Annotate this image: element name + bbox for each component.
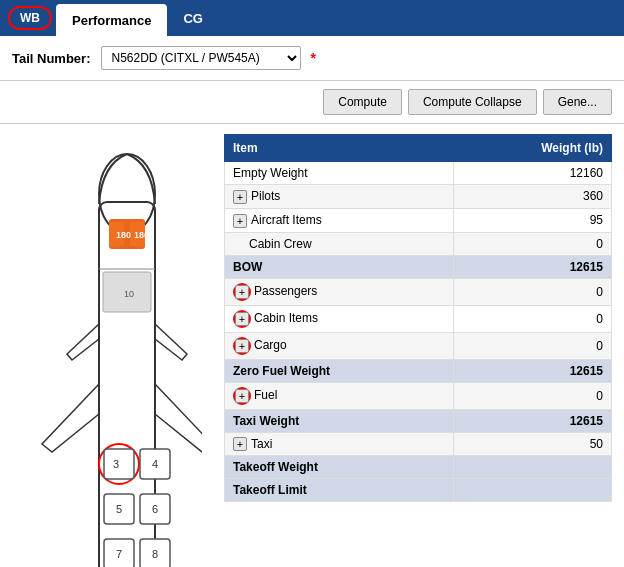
svg-text:6: 6 xyxy=(152,503,158,515)
row-value: 0 xyxy=(453,332,611,359)
table-row: +Taxi 50 xyxy=(225,432,612,456)
aircraft-svg: 180 180 10 3 4 5 6 7 8 xyxy=(12,134,202,567)
compute-button[interactable]: Compute xyxy=(323,89,402,115)
row-item: Cabin Crew xyxy=(225,232,454,255)
row-item: + Cargo xyxy=(225,332,454,359)
row-value: 0 xyxy=(453,278,611,305)
tab-wb[interactable]: WB xyxy=(8,6,52,30)
row-value: 12615 xyxy=(453,359,611,382)
table-row: + Passengers 0 xyxy=(225,278,612,305)
row-value: 12160 xyxy=(453,162,611,185)
tab-cg-label: CG xyxy=(183,11,203,26)
required-indicator: * xyxy=(311,50,316,66)
row-item: Taxi Weight xyxy=(225,409,454,432)
table-row: +Pilots 360 xyxy=(225,185,612,209)
row-item: Empty Weight xyxy=(225,162,454,185)
svg-text:4: 4 xyxy=(152,458,158,470)
expand-taxi-button[interactable]: + xyxy=(233,437,247,451)
expand-fuel-button[interactable]: + xyxy=(235,389,249,403)
expand-pilots-button[interactable]: + xyxy=(233,190,247,204)
table-row-taxi-weight: Taxi Weight 12615 xyxy=(225,409,612,432)
weight-table: Item Weight (lb) Empty Weight 12160 +Pil… xyxy=(224,134,612,502)
col-item-header: Item xyxy=(225,135,454,162)
expand-fuel-circled[interactable]: + xyxy=(233,387,251,405)
row-value: 0 xyxy=(453,382,611,409)
svg-text:10: 10 xyxy=(124,289,134,299)
col-weight-header: Weight (lb) xyxy=(453,135,611,162)
svg-text:5: 5 xyxy=(116,503,122,515)
header-row: Tail Number: N562DD (CITXL / PW545A) * xyxy=(0,36,624,81)
row-item: Takeoff Weight xyxy=(225,456,454,479)
table-row-takeoff-weight: Takeoff Weight xyxy=(225,456,612,479)
expand-aircraft-items-button[interactable]: + xyxy=(233,214,247,228)
table-row: + Cabin Items 0 xyxy=(225,305,612,332)
row-item: Zero Fuel Weight xyxy=(225,359,454,382)
table-row-takeoff-limit: Takeoff Limit xyxy=(225,479,612,502)
row-item: +Pilots xyxy=(225,185,454,209)
table-row: Cabin Crew 0 xyxy=(225,232,612,255)
compute-collapse-button[interactable]: Compute Collapse xyxy=(408,89,537,115)
tab-performance-label: Performance xyxy=(72,13,151,28)
svg-text:180: 180 xyxy=(134,230,149,240)
aircraft-diagram: 180 180 10 3 4 5 6 7 8 xyxy=(12,134,212,567)
row-item: + Fuel xyxy=(225,382,454,409)
row-value: 12615 xyxy=(453,255,611,278)
row-value: 0 xyxy=(453,232,611,255)
row-value: 95 xyxy=(453,208,611,232)
table-row-zfw: Zero Fuel Weight 12615 xyxy=(225,359,612,382)
table-row: + Cargo 0 xyxy=(225,332,612,359)
tab-wb-label: WB xyxy=(20,11,40,25)
svg-text:8: 8 xyxy=(152,548,158,560)
row-item: BOW xyxy=(225,255,454,278)
row-item: + Passengers xyxy=(225,278,454,305)
row-item: + Cabin Items xyxy=(225,305,454,332)
tab-performance[interactable]: Performance xyxy=(56,4,167,36)
expand-cabin-items-circled[interactable]: + xyxy=(233,310,251,328)
expand-cargo-button[interactable]: + xyxy=(235,339,249,353)
row-value xyxy=(453,479,611,502)
tab-bar: WB Performance CG xyxy=(0,0,624,36)
row-value xyxy=(453,456,611,479)
generate-button[interactable]: Gene... xyxy=(543,89,612,115)
expand-passengers-button[interactable]: + xyxy=(235,285,249,299)
svg-text:7: 7 xyxy=(116,548,122,560)
svg-text:3: 3 xyxy=(113,458,119,470)
main-content: 180 180 10 3 4 5 6 7 8 xyxy=(0,124,624,567)
expand-cabin-items-button[interactable]: + xyxy=(235,312,249,326)
row-value: 0 xyxy=(453,305,611,332)
weight-table-container: Item Weight (lb) Empty Weight 12160 +Pil… xyxy=(224,134,612,567)
tail-number-select[interactable]: N562DD (CITXL / PW545A) xyxy=(101,46,301,70)
table-row: Empty Weight 12160 xyxy=(225,162,612,185)
table-row-bow: BOW 12615 xyxy=(225,255,612,278)
row-item: Takeoff Limit xyxy=(225,479,454,502)
row-item: +Taxi xyxy=(225,432,454,456)
row-value: 50 xyxy=(453,432,611,456)
tab-cg[interactable]: CG xyxy=(167,0,219,36)
expand-passengers-circled[interactable]: + xyxy=(233,283,251,301)
table-row: +Aircraft Items 95 xyxy=(225,208,612,232)
row-item: +Aircraft Items xyxy=(225,208,454,232)
toolbar: Compute Compute Collapse Gene... xyxy=(0,81,624,124)
expand-cargo-circled[interactable]: + xyxy=(233,337,251,355)
tail-number-label: Tail Number: xyxy=(12,51,91,66)
svg-text:180: 180 xyxy=(116,230,131,240)
row-value: 12615 xyxy=(453,409,611,432)
table-row: + Fuel 0 xyxy=(225,382,612,409)
row-value: 360 xyxy=(453,185,611,209)
